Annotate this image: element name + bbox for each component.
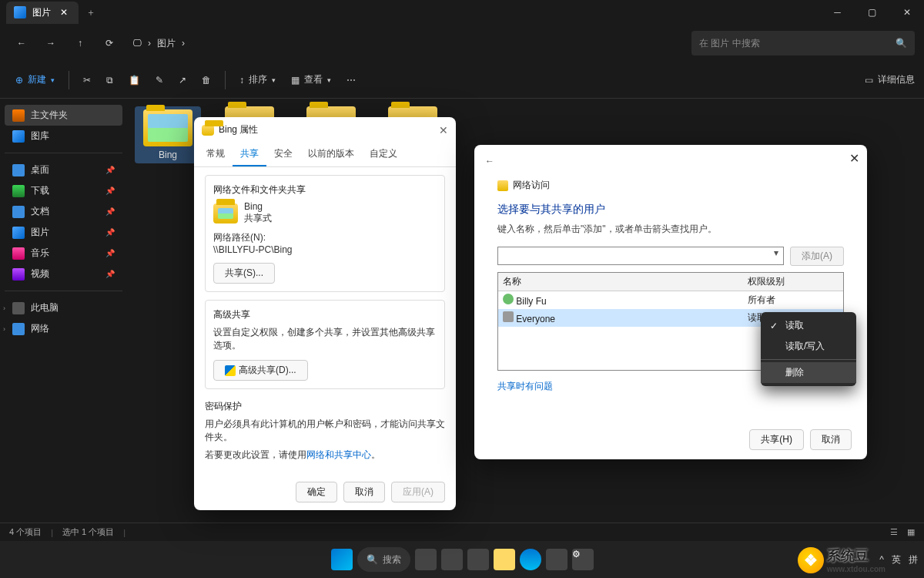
user-combobox[interactable]: ▾: [497, 247, 784, 265]
settings-taskbar-icon[interactable]: ⚙: [572, 549, 594, 570]
edge-taskbar-icon[interactable]: [520, 549, 541, 570]
view-toggle-grid-icon[interactable]: ▦: [907, 527, 915, 537]
ok-button[interactable]: 确定: [296, 482, 337, 502]
more-button[interactable]: ⋯: [340, 68, 362, 92]
section-title: 密码保护: [205, 400, 445, 413]
separator: [225, 71, 226, 89]
search-placeholder: 在 图片 中搜索: [699, 37, 760, 50]
monitor-icon: 🖵: [132, 38, 142, 49]
adv-share-button[interactable]: 高级共享(D)...: [213, 360, 308, 381]
minimize-button[interactable]: ─: [820, 0, 855, 25]
taskbar-search[interactable]: 🔍搜索: [357, 547, 410, 572]
ime-lang[interactable]: 英: [892, 553, 901, 566]
sidebar-item-videos[interactable]: 视频📌: [5, 264, 122, 284]
cancel-button[interactable]: 取消: [810, 429, 852, 450]
dropdown-icon[interactable]: ▾: [769, 247, 783, 258]
up-button[interactable]: ↑: [68, 31, 92, 55]
tab-sharing[interactable]: 共享: [233, 143, 266, 166]
sidebar-item-music[interactable]: 音乐📌: [5, 243, 122, 264]
separator: [5, 153, 122, 153]
task-icon[interactable]: [415, 549, 437, 570]
close-icon[interactable]: ✕: [439, 124, 448, 136]
task-icon[interactable]: [467, 549, 489, 570]
desktop-icon: [12, 164, 25, 176]
tab-previous[interactable]: 以前的版本: [300, 143, 362, 166]
share-subtext: 键入名称，然后单击"添加"，或者单击箭头查找用户。: [497, 223, 844, 236]
chevron-right-icon: ›: [182, 38, 185, 49]
shield-icon: [225, 365, 236, 376]
paste-button[interactable]: 📋: [122, 68, 146, 92]
cancel-button[interactable]: 取消: [343, 482, 385, 502]
network-icon: [497, 180, 508, 191]
group-icon: [503, 311, 514, 322]
close-button[interactable]: ✕: [889, 0, 924, 25]
folder-icon: [143, 109, 192, 146]
sidebar-item-downloads[interactable]: 下载📌: [5, 180, 122, 201]
apply-button[interactable]: 应用(A): [391, 482, 445, 502]
search-input[interactable]: 在 图片 中搜索 🔍: [691, 31, 915, 55]
properties-dialog: Bing 属性 ✕ 常规 共享 安全 以前的版本 自定义 网络文件和文件夹共享 …: [194, 117, 456, 510]
sidebar-item-desktop[interactable]: 桌面📌: [5, 160, 122, 180]
start-button[interactable]: [331, 549, 353, 570]
taskbar: 🔍搜索 ⚙ ^ 英 拼: [0, 541, 924, 578]
col-perm[interactable]: 权限级别: [743, 273, 843, 291]
network-center-link[interactable]: 网络和共享中心: [306, 449, 371, 460]
ctx-read[interactable]: ✓读取: [761, 315, 856, 336]
task-icon[interactable]: [441, 549, 463, 570]
new-tab-button[interactable]: ＋: [79, 6, 103, 19]
forward-button[interactable]: →: [38, 31, 63, 55]
tab-general[interactable]: 常规: [199, 143, 233, 166]
add-button[interactable]: 添加(A): [790, 247, 844, 266]
sidebar-item-documents[interactable]: 文档📌: [5, 201, 122, 222]
pc-icon: [12, 302, 25, 314]
close-icon[interactable]: ✕: [849, 151, 859, 166]
view-button[interactable]: ▦ 查看 ▾: [285, 68, 337, 92]
new-button[interactable]: ⊕新建▾: [9, 68, 61, 92]
sidebar-item-network[interactable]: ›网络: [5, 318, 122, 339]
rename-button[interactable]: ✎: [149, 68, 169, 92]
col-name[interactable]: 名称: [498, 273, 743, 291]
details-pane-button[interactable]: ▭ 详细信息: [865, 73, 915, 86]
tab-close-icon[interactable]: ✕: [57, 7, 71, 18]
tab-security[interactable]: 安全: [266, 143, 300, 166]
watermark: ❖ 系统豆 www.xtdou.com: [798, 546, 886, 573]
delete-button[interactable]: 🗑: [196, 68, 217, 92]
sort-button[interactable]: ↕ 排序 ▾: [233, 68, 282, 92]
breadcrumb[interactable]: 🖵 › 图片 ›: [126, 37, 191, 50]
share-button[interactable]: ↗: [172, 68, 192, 92]
tab-pictures[interactable]: 图片 ✕: [6, 2, 79, 24]
sidebar-item-home[interactable]: 主文件夹: [5, 105, 122, 126]
user-row[interactable]: Billy Fu 所有者: [498, 291, 843, 309]
pw-desc: 用户必须具有此计算机的用户帐户和密码，才能访问共享文件夹。: [205, 418, 445, 444]
sidebar-item-pictures[interactable]: 图片📌: [5, 222, 122, 243]
share-button[interactable]: 共享(S)...: [213, 263, 275, 284]
breadcrumb-item[interactable]: 图片: [157, 37, 176, 50]
ctx-delete[interactable]: 删除: [761, 362, 856, 383]
sidebar-item-thispc[interactable]: ›此电脑: [5, 297, 122, 318]
item-count: 4 个项目: [9, 526, 42, 538]
tab-icon: [14, 6, 26, 18]
tab-title: 图片: [32, 6, 51, 19]
sidebar-item-gallery[interactable]: 图库: [5, 126, 122, 146]
tab-customize[interactable]: 自定义: [362, 143, 405, 166]
back-button[interactable]: ←: [485, 156, 494, 166]
pin-icon: 📌: [105, 249, 115, 257]
cut-button[interactable]: ✂: [77, 68, 97, 92]
folder-item[interactable]: Bing: [135, 106, 201, 163]
check-icon: ✓: [770, 321, 779, 331]
back-button[interactable]: ←: [9, 31, 34, 55]
ime-mode[interactable]: 拼: [909, 553, 918, 566]
copy-button[interactable]: ⧉: [100, 68, 119, 92]
refresh-button[interactable]: ⟳: [97, 31, 122, 55]
maximize-button[interactable]: ▢: [855, 0, 889, 25]
share-confirm-button[interactable]: 共享(H): [749, 429, 804, 450]
task-icon[interactable]: [546, 549, 567, 570]
folder-icon: [213, 203, 238, 223]
explorer-taskbar-icon[interactable]: [494, 549, 515, 570]
pin-icon: 📌: [105, 228, 115, 237]
view-toggle-list-icon[interactable]: ☰: [890, 527, 898, 537]
section-title: 高级共享: [213, 308, 437, 321]
ctx-readwrite[interactable]: 读取/写入: [761, 336, 856, 357]
separator: [5, 291, 122, 291]
pin-icon: 📌: [105, 270, 115, 278]
